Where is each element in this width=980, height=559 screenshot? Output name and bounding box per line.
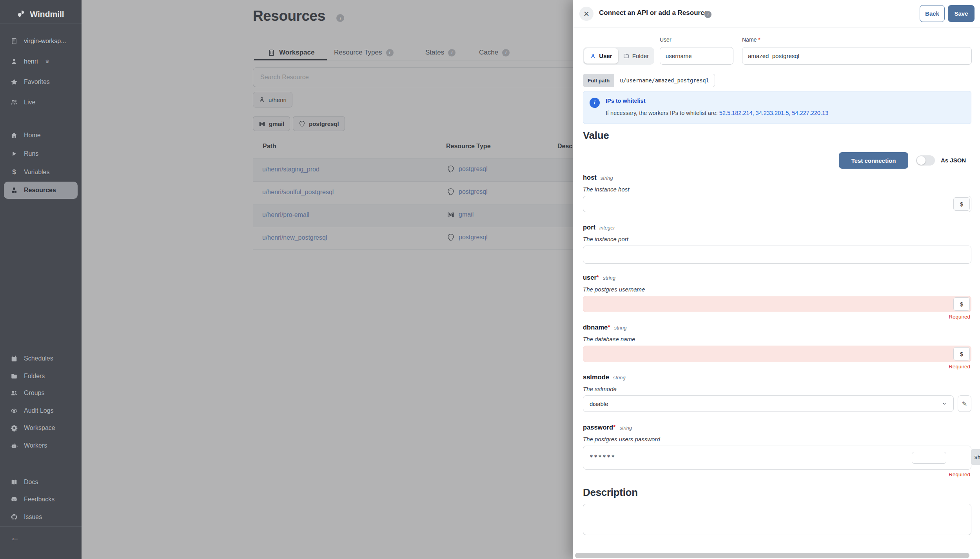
folder-icon	[623, 53, 629, 59]
sidebar-item-feedbacks[interactable]: Feedbacks	[0, 492, 82, 506]
sidebar-item-workspace-settings[interactable]: Workspace	[0, 421, 82, 435]
cubes-icon	[10, 186, 18, 194]
info-icon: i	[448, 49, 456, 56]
field-desc-user: The postgres username	[583, 286, 645, 293]
save-button[interactable]: Save	[948, 5, 975, 22]
dollar-variable-button[interactable]: $	[953, 197, 970, 211]
back-button[interactable]: Back	[920, 5, 945, 22]
crown-icon: ♛	[45, 59, 50, 64]
port-input[interactable]	[583, 246, 971, 264]
type-filter-chip-postgresql[interactable]: postgresql	[293, 116, 345, 131]
as-json-toggle[interactable]	[916, 155, 935, 166]
owner-toggle-user[interactable]: User	[584, 48, 618, 64]
resource-path-link[interactable]: u/henri/staging_prod	[262, 166, 319, 173]
horizontal-scrollbar[interactable]	[575, 553, 969, 558]
github-icon	[10, 513, 18, 521]
resource-path-link[interactable]: u/henri/soulful_postgresql	[262, 189, 334, 196]
sidebar-item-audit-logs[interactable]: Audit Logs	[0, 404, 82, 418]
password-input[interactable]: ******	[583, 446, 971, 470]
collapse-sidebar-arrow-icon[interactable]: ←	[10, 532, 20, 543]
sidebar-item-docs[interactable]: Docs	[0, 475, 82, 489]
sidebar-item-groups[interactable]: Groups	[0, 386, 82, 400]
sidebar-divider	[0, 24, 82, 24]
user-name: henri	[24, 58, 38, 65]
show-password-button[interactable]: sh	[971, 449, 980, 465]
field-label-dbname: dbname*string	[583, 324, 626, 331]
postgresql-elephant-icon	[447, 233, 455, 241]
test-connection-button[interactable]: Test connection	[839, 152, 908, 169]
sidebar-item-variables[interactable]: $ Variables	[0, 165, 82, 179]
robot-icon	[10, 442, 18, 450]
ips-info-title: IPs to whitelist	[606, 98, 646, 104]
user-input[interactable]: $	[583, 296, 971, 312]
resource-type-cell[interactable]: postgresql	[447, 233, 488, 241]
page-title-info-icon[interactable]: i	[336, 14, 344, 22]
discord-icon	[10, 495, 18, 503]
drawer-title-info-icon[interactable]: i	[704, 11, 711, 18]
sidebar-item-home[interactable]: Home	[0, 128, 82, 142]
users-icon	[10, 98, 18, 106]
building-icon	[268, 49, 275, 56]
required-asterisk: *	[613, 424, 615, 431]
windmill-pinwheel-icon	[17, 10, 26, 18]
dollar-variable-button[interactable]: $	[953, 347, 970, 361]
password-inline-input[interactable]	[912, 452, 946, 464]
sidebar-item-schedules[interactable]: Schedules	[0, 351, 82, 366]
required-error: Required	[949, 472, 970, 477]
user-field[interactable]	[660, 47, 733, 65]
description-textarea[interactable]	[583, 504, 971, 535]
as-json-label: As JSON	[941, 157, 966, 164]
user-group-icon	[10, 389, 18, 397]
drawer-header: ✕ Connect an API or add a Resource i Bac…	[573, 0, 980, 27]
book-icon	[10, 478, 18, 486]
sidebar-item-folders[interactable]: Folders	[0, 369, 82, 383]
owner-toggle-folder[interactable]: Folder	[619, 48, 653, 64]
resource-type-cell[interactable]: postgresql	[447, 188, 488, 196]
eye-icon	[10, 407, 18, 415]
name-field[interactable]	[742, 47, 972, 65]
sidebar-item-workers[interactable]: Workers	[0, 439, 82, 453]
field-label-sslmode: sslmodestring	[583, 373, 626, 381]
required-asterisk: *	[608, 324, 610, 331]
sslmode-select[interactable]: disable	[583, 395, 954, 412]
field-label-port: portinteger	[583, 224, 615, 231]
tab-cache[interactable]: Cache i	[479, 46, 510, 60]
sidebar-item-user-menu[interactable]: henri ♛	[0, 55, 82, 69]
drawer-title: Connect an API or add a Resource	[599, 9, 708, 17]
sidebar-item-favorites[interactable]: Favorites	[0, 75, 82, 89]
toggle-knob	[917, 156, 926, 165]
tab-workspace[interactable]: Workspace	[268, 46, 314, 60]
sidebar-item-workspace-switcher[interactable]: virgin-worksp...	[0, 34, 82, 48]
sidebar-item-live[interactable]: Live	[0, 95, 82, 109]
field-desc-port: The instance port	[583, 236, 628, 242]
full-path-value: u/username/amazed_postgresql	[614, 74, 715, 87]
sidebar-item-issues[interactable]: Issues	[0, 510, 82, 524]
host-input[interactable]: $	[583, 196, 971, 212]
full-path-row: Full path u/username/amazed_postgresql	[583, 74, 715, 87]
sidebar-item-runs[interactable]: Runs	[0, 147, 82, 161]
close-icon[interactable]: ✕	[579, 7, 593, 21]
resource-path-link[interactable]: u/henri/new_postgresql	[262, 234, 327, 241]
person-icon	[590, 53, 596, 59]
field-desc-host: The instance host	[583, 186, 629, 193]
info-icon: i	[386, 49, 394, 56]
tab-states[interactable]: States i	[425, 46, 456, 60]
field-desc-password: The postgres users password	[583, 436, 660, 442]
resource-type-cell[interactable]: postgresql	[447, 165, 488, 173]
required-error: Required	[949, 364, 970, 370]
ip-links[interactable]: 52.5.182.214, 34.233.201.5, 54.227.220.1…	[719, 110, 828, 116]
dbname-input[interactable]: $	[583, 346, 971, 362]
sidebar-item-resources[interactable]: Resources	[4, 182, 78, 199]
type-filter-chip-gmail[interactable]: gmail	[253, 116, 290, 131]
dollar-variable-button[interactable]: $	[953, 297, 970, 311]
windmill-logo[interactable]: Windmill	[0, 5, 82, 23]
resource-path-link[interactable]: u/henri/pro-email	[262, 211, 309, 219]
star-icon	[10, 78, 18, 86]
chevron-down-icon	[942, 401, 947, 406]
edit-pencil-button[interactable]: ✎	[958, 395, 971, 412]
windmill-logo-text: Windmill	[30, 9, 64, 19]
tab-resource-types[interactable]: Resource Types i	[334, 46, 394, 60]
home-icon	[10, 131, 18, 139]
owner-filter-chip[interactable]: u/henri	[253, 92, 292, 107]
resource-type-cell[interactable]: gmail	[447, 211, 474, 219]
